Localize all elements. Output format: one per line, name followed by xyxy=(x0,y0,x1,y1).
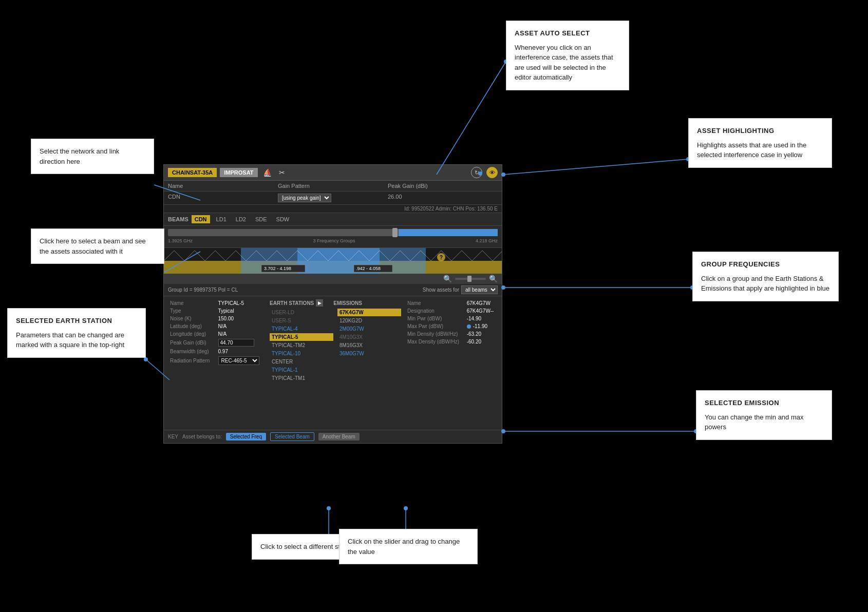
svg-line-5 xyxy=(503,159,688,175)
em-prop-desig: Designation67K4G7W-- xyxy=(405,307,498,315)
list-item[interactable]: 36M0G7W xyxy=(337,350,401,357)
beam-ld2-button[interactable]: LD2 xyxy=(233,215,249,223)
list-item[interactable]: 2M00G7W xyxy=(337,325,401,333)
id-info: Id: 99520522 Admin: CHN Pos: 136.50 E xyxy=(404,206,498,212)
list-item[interactable]: TYPICAL-TM1 xyxy=(270,374,333,382)
group-id-text: Group Id = 99897375 Pol = CL xyxy=(168,287,238,293)
list-item[interactable]: TYPICAL-10 xyxy=(270,350,333,357)
emission-properties: Name67K4G7W Designation67K4G7W-- Min Pwr… xyxy=(405,299,498,427)
tooltip-body: Highlights assets that are used in the s… xyxy=(697,140,823,160)
key-row: KEY Asset belongs to: Selected Freq Sele… xyxy=(164,430,502,443)
beam-cdn-button[interactable]: CDN xyxy=(192,215,210,223)
chainsat-button[interactable]: CHAINSAT-35A xyxy=(168,168,217,177)
peak-gain-input[interactable] xyxy=(218,339,254,347)
list-item[interactable]: TYPICAL-4 xyxy=(270,325,333,333)
show-assets: Show assets for all beams xyxy=(423,285,498,294)
cut-icon[interactable]: ✂ xyxy=(277,167,287,178)
earth-stations-header: EARTH STATIONS ▶ xyxy=(270,299,323,307)
em-prop-min-pwr: Min Pwr (dBW)-14.90 xyxy=(405,315,498,322)
beam-ld1-button[interactable]: LD1 xyxy=(213,215,230,223)
em-prop-name: Name67K4G7W xyxy=(405,299,498,307)
list-item xyxy=(337,374,401,382)
improsat-button[interactable]: IMPROSAT xyxy=(220,168,257,177)
list-item[interactable]: 120KG2D xyxy=(337,317,401,324)
tooltip-asset-highlighting: ASSET HIGHLIGHTING Highlights assets tha… xyxy=(688,118,832,168)
beam-sdw-button[interactable]: SDW xyxy=(273,215,293,223)
list-item[interactable]: 8M16G3X xyxy=(337,341,401,349)
eye-icon[interactable]: 👁 xyxy=(486,167,498,178)
slider-dot[interactable] xyxy=(467,324,471,329)
list-item[interactable]: TYPICAL-5 xyxy=(270,333,333,341)
zoom-controls: 🔍 🔍 xyxy=(164,274,502,284)
freq-center: 3 Frequency Groups xyxy=(313,238,355,243)
svg-text:.942 - 4.058: .942 - 4.058 xyxy=(356,266,381,271)
svg-line-2 xyxy=(437,62,506,175)
list-item[interactable]: USER-LD xyxy=(270,309,333,316)
freq-left: 1.3925 GHz xyxy=(168,238,193,243)
tooltip-title: SELECTED EMISSION xyxy=(705,398,823,408)
zoom-in-icon[interactable]: 🔍 xyxy=(489,275,498,283)
prop-noise: Noise (K)150.00 xyxy=(168,315,266,322)
tooltip-group-frequencies: GROUP FREQUENCIES Click on a group and t… xyxy=(692,252,839,301)
zoom-slider[interactable] xyxy=(455,278,486,280)
prop-name: NameTYPICAL-5 xyxy=(168,299,266,307)
em-prop-min-den: Min Density (dBW/Hz)-63.20 xyxy=(405,330,498,338)
radiation-pattern-select[interactable]: REC-465-5 xyxy=(218,356,259,365)
tooltip-selected-earth-station: SELECTED EARTH STATION Parameters that c… xyxy=(7,308,146,358)
main-panel: CHAINSAT-35A IMPROSAT ⛵ ✂ ↻ 👁 Name Gain … xyxy=(163,164,502,444)
earth-station-properties: NameTYPICAL-5 TypeTypical Noise (K)150.0… xyxy=(168,299,266,427)
key-sublabel: Asset belongs to: xyxy=(182,434,222,439)
prop-peak: Peak Gain (dBi) xyxy=(168,338,266,348)
tooltip-network: Select the network and link direction he… xyxy=(31,139,154,174)
svg-point-19 xyxy=(404,506,408,510)
id-row: CDN [using peak gain] 26.00 xyxy=(164,192,502,205)
tooltip-title: ASSET HIGHLIGHTING xyxy=(697,126,823,136)
group-id-bar: Group Id = 99897375 Pol = CL Show assets… xyxy=(164,284,502,296)
beam-sde-button[interactable]: SDE xyxy=(252,215,270,223)
key-badge-selected-freq: Selected Freq xyxy=(226,433,266,441)
settings-icon[interactable]: ⛵ xyxy=(261,167,274,178)
list-item[interactable]: 4M10G3X xyxy=(337,333,401,341)
key-badge-selected-beam: Selected Beam xyxy=(270,432,314,441)
tooltip-body: You can change the min and max powers xyxy=(705,412,823,432)
earth-stations-emissions: EARTH STATIONS ▶ EMISSIONS USER-LD USER-… xyxy=(266,299,405,427)
frequency-slider-area: 1.3925 GHz 3 Frequency Groups 4.218 GHz xyxy=(164,226,502,248)
tooltip-drag-slider: Click on the slider and drag to change t… xyxy=(339,529,478,564)
beams-label: BEAMS xyxy=(168,216,188,222)
freq-slider-track[interactable] xyxy=(168,229,498,236)
prop-bw: Beamwidth (deg) 0.97 xyxy=(168,348,266,355)
es-header: EARTH STATIONS ▶ EMISSIONS xyxy=(270,299,401,307)
frequency-visualization[interactable]: 3.702 - 4.198 .942 - 4.058 ? xyxy=(164,248,502,274)
es-lists: USER-LD USER-S TYPICAL-4 TYPICAL-5 TYPIC… xyxy=(270,309,401,382)
em-prop-max-pwr: Max Pwr (dBW) -11.90 xyxy=(405,322,498,330)
gain-pattern-select[interactable]: [using peak gain] xyxy=(278,194,331,202)
list-item[interactable]: CENTER xyxy=(270,358,333,366)
tooltip-title: SELECTED EARTH STATION xyxy=(16,316,137,326)
beams-row: BEAMS CDN LD1 LD2 SDE SDW xyxy=(164,213,502,226)
peak-value: 26.00 xyxy=(388,194,498,202)
es-arrow-button[interactable]: ▶ xyxy=(316,299,323,307)
em-prop-max-den: Max Density (dBW/Hz)-60.20 xyxy=(405,338,498,346)
emissions-list: 67K4G7W 120KG2D 2M00G7W 4M10G3X 8M16G3X … xyxy=(337,309,401,382)
svg-point-12 xyxy=(144,357,148,361)
svg-point-17 xyxy=(327,506,331,510)
prop-type: TypeTypical xyxy=(168,307,266,315)
list-item[interactable]: TYPICAL-TM2 xyxy=(270,341,333,349)
content-area: NameTYPICAL-5 TypeTypical Noise (K)150.0… xyxy=(164,296,502,430)
tooltip-selected-emission: SELECTED EMISSION You can change the min… xyxy=(696,390,832,440)
name-label: Name xyxy=(168,183,278,189)
list-item[interactable]: 67K4G7W xyxy=(337,309,401,316)
emissions-header: EMISSIONS xyxy=(333,299,362,307)
list-item[interactable]: USER-S xyxy=(270,317,333,324)
svg-text:3.702 - 4.198: 3.702 - 4.198 xyxy=(264,266,291,271)
tooltip-body: Select the network and link direction he… xyxy=(40,146,145,166)
key-badge-another-beam: Another Beam xyxy=(318,433,360,441)
show-assets-select[interactable]: all beams xyxy=(461,285,498,294)
refresh-icon[interactable]: ↻ xyxy=(471,167,482,178)
list-item xyxy=(337,366,401,374)
zoom-out-icon[interactable]: 🔍 xyxy=(443,275,452,283)
zoom-slider-thumb[interactable] xyxy=(467,276,471,282)
toolbar: CHAINSAT-35A IMPROSAT ⛵ ✂ ↻ 👁 xyxy=(164,165,502,181)
list-item[interactable]: TYPICAL-1 xyxy=(270,366,333,374)
slider-thumb[interactable] xyxy=(392,228,398,237)
